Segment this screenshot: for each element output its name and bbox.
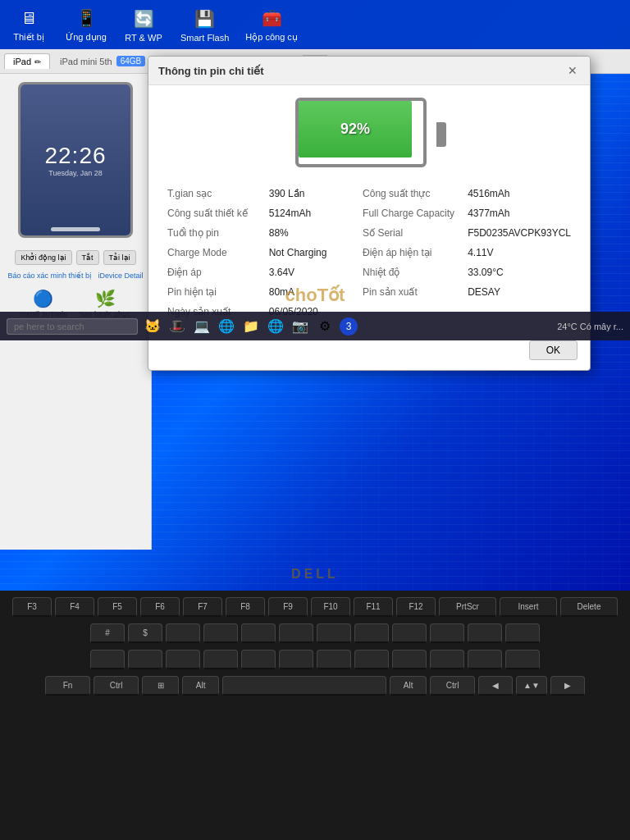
key-blank8[interactable] bbox=[430, 623, 464, 643]
key-blank21[interactable] bbox=[468, 650, 502, 669]
key-blank3[interactable] bbox=[241, 623, 276, 643]
taskbar-ung-dung[interactable]: 📱 Ứng dụng bbox=[66, 7, 107, 43]
key-blank19[interactable] bbox=[392, 650, 427, 669]
key-space[interactable] bbox=[222, 676, 386, 696]
key-arrow-left[interactable]: ◀ bbox=[478, 676, 513, 696]
restart-button[interactable]: Khởi động lại bbox=[15, 250, 71, 265]
battery-info-row: Pin hiện tại 80mA Pin sản xuất DESAY bbox=[161, 282, 578, 302]
key-blank5[interactable] bbox=[317, 623, 351, 643]
taskbar-rt-wp-label: RT & WP bbox=[125, 33, 162, 43]
win-icon-8[interactable]: ⚙ bbox=[315, 317, 335, 336]
backup-icon: 🌿 bbox=[95, 289, 116, 308]
idevice-detail-text[interactable]: iDevice Detail bbox=[98, 272, 144, 280]
win-icon-7[interactable]: 📷 bbox=[290, 317, 310, 336]
ipad-action-buttons: Khởi động lại Tắt Tải lại bbox=[0, 246, 151, 269]
ipad-screen-content: 22:26 Tuesday, Jan 28 bbox=[21, 84, 130, 235]
key-blank20[interactable] bbox=[430, 650, 464, 669]
key-f11[interactable]: F11 bbox=[354, 597, 393, 617]
storage-tag: 64GB bbox=[116, 56, 146, 66]
field-label: Tuổi thọ pin bbox=[161, 223, 262, 243]
field-value: Not Charging bbox=[262, 243, 356, 262]
field-value2: 4516mAh bbox=[461, 184, 578, 203]
key-arrow-right[interactable]: ▶ bbox=[550, 676, 585, 696]
windows-taskbar: 🐱 🎩 💻 🌐 📁 🌐 📷 ⚙ 3 24°C Có mây r... bbox=[0, 312, 630, 340]
key-f10[interactable]: F10 bbox=[311, 597, 350, 617]
key-blank22[interactable] bbox=[505, 650, 540, 669]
battery-visual: 92% bbox=[161, 98, 578, 171]
key-f5[interactable]: F5 bbox=[98, 597, 137, 617]
battery-info-table: T.gian sạc 390 Lần Công suất thực 4516mA… bbox=[161, 184, 578, 322]
edit-icon: ✏ bbox=[34, 57, 41, 66]
verify-text[interactable]: Báo cáo xác minh thiết bị bbox=[7, 272, 92, 280]
key-f4[interactable]: F4 bbox=[55, 597, 94, 617]
key-alt[interactable]: Alt bbox=[182, 676, 219, 696]
key-blank7[interactable] bbox=[392, 623, 427, 643]
key-fn-modifier[interactable]: Fn bbox=[45, 676, 90, 696]
key-f9[interactable]: F9 bbox=[268, 597, 308, 617]
taskbar-rt-wp[interactable]: 🔄 RT & WP bbox=[123, 7, 164, 43]
key-win[interactable]: ⊞ bbox=[142, 676, 179, 696]
field-label2: Pin sản xuất bbox=[356, 282, 461, 302]
key-insert[interactable]: Insert bbox=[500, 597, 557, 617]
win-icon-5[interactable]: 📁 bbox=[241, 317, 261, 336]
field-value: 5124mAh bbox=[262, 203, 356, 223]
key-hash[interactable]: # bbox=[90, 623, 125, 643]
power-off-button[interactable]: Tắt bbox=[76, 250, 99, 265]
key-blank10[interactable] bbox=[505, 623, 540, 643]
key-delete[interactable]: Delete bbox=[560, 597, 618, 617]
win-icon-3[interactable]: 💻 bbox=[192, 317, 212, 336]
field-label2: Công suất thực bbox=[356, 184, 461, 203]
field-value2: 4377mAh bbox=[461, 203, 578, 223]
key-blank13[interactable] bbox=[166, 650, 200, 669]
win-icon-1[interactable]: 🐱 bbox=[143, 317, 162, 336]
ipad-date: Tuesday, Jan 28 bbox=[48, 169, 103, 177]
battery-info-row: Tuổi thọ pin 88% Số Serial F5D0235AVCPK9… bbox=[161, 223, 578, 243]
key-blank15[interactable] bbox=[241, 650, 276, 669]
field-value: 88% bbox=[262, 223, 356, 243]
key-f7[interactable]: F7 bbox=[183, 597, 222, 617]
key-blank1[interactable] bbox=[166, 623, 200, 643]
reload-button[interactable]: Tải lại bbox=[103, 250, 136, 265]
ung-dung-icon: 📱 bbox=[75, 7, 98, 30]
key-ctrl-right[interactable]: Ctrl bbox=[430, 676, 475, 696]
key-f6[interactable]: F6 bbox=[140, 597, 180, 617]
key-f8[interactable]: F8 bbox=[226, 597, 265, 617]
key-blank9[interactable] bbox=[468, 623, 502, 643]
dialog-close-button[interactable]: ✕ bbox=[565, 63, 580, 78]
key-f12[interactable]: F12 bbox=[396, 597, 436, 617]
key-arrows-updown[interactable]: ▲▼ bbox=[516, 676, 547, 696]
key-blank18[interactable] bbox=[354, 650, 389, 669]
key-blank14[interactable] bbox=[203, 650, 238, 669]
taskbar-thiet-bi[interactable]: 🖥 Thiết bị bbox=[8, 7, 49, 43]
taskbar-smart-flash[interactable]: 💾 Smart Flash bbox=[180, 7, 229, 43]
smart-flash-icon: 💾 bbox=[194, 7, 217, 30]
key-f3[interactable]: F3 bbox=[12, 597, 52, 617]
win-icon-6[interactable]: 🌐 bbox=[266, 317, 285, 336]
ipad-tab[interactable]: iPad ✏ bbox=[4, 53, 50, 69]
key-blank4[interactable] bbox=[279, 623, 313, 643]
win-icon-9[interactable]: 3 bbox=[340, 317, 358, 336]
win-icon-2[interactable]: 🎩 bbox=[167, 317, 187, 336]
key-blank16[interactable] bbox=[279, 650, 313, 669]
win-icon-4[interactable]: 🌐 bbox=[217, 317, 236, 336]
thiet-bi-icon: 🖥 bbox=[17, 7, 40, 30]
taskbar-hop-cong-cu[interactable]: 🧰 Hộp công cụ bbox=[245, 7, 298, 43]
keyboard-row-2: # $ bbox=[0, 620, 630, 646]
ok-button[interactable]: OK bbox=[529, 340, 578, 360]
key-dollar[interactable]: $ bbox=[128, 623, 162, 643]
key-prtscr[interactable]: PrtScr bbox=[439, 597, 496, 617]
field-label2: Điện áp hiện tại bbox=[356, 243, 461, 262]
key-blank2[interactable] bbox=[203, 623, 238, 643]
ipad-bottom-text: Báo cáo xác minh thiết bị iDevice Detail bbox=[0, 269, 151, 282]
key-blank12[interactable] bbox=[128, 650, 162, 669]
windows-search-input[interactable] bbox=[7, 318, 138, 335]
temperature-display: 24°C Có mây r... bbox=[557, 322, 623, 331]
key-blank11[interactable] bbox=[90, 650, 125, 669]
dialog-title: Thông tin pin chi tiết bbox=[158, 65, 264, 77]
key-alt-right[interactable]: Alt bbox=[390, 676, 427, 696]
dell-logo: DELL bbox=[291, 567, 339, 582]
key-blank6[interactable] bbox=[354, 623, 389, 643]
field-label2: Full Charge Capacity bbox=[356, 203, 461, 223]
key-blank17[interactable] bbox=[317, 650, 351, 669]
key-ctrl-left[interactable]: Ctrl bbox=[94, 676, 139, 696]
